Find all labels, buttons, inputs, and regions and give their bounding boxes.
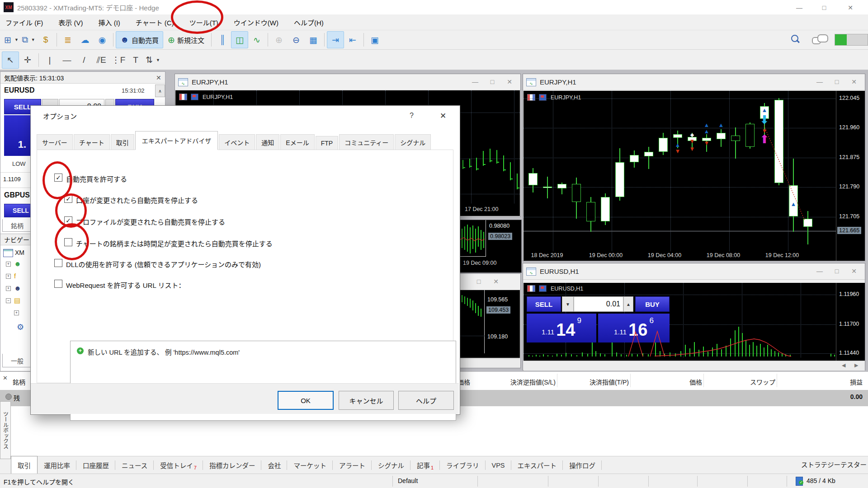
toolbox-tab-13[interactable]: エキスパート [511, 456, 563, 474]
toolbox-symbol-header[interactable]: 銘柄 [13, 377, 25, 386]
profiles-icon[interactable]: ⧉▼ [20, 31, 37, 48]
toolbox-header-4[interactable]: スワップ [694, 377, 775, 386]
dialog-tab-3[interactable]: エキスパートアドバイザ [135, 131, 218, 150]
mql5-community-icon[interactable]: ☁ [76, 31, 94, 48]
child-minimize-button[interactable]: — [812, 76, 827, 87]
menu-item-2[interactable]: 挿入 (I) [99, 18, 120, 27]
dialog-tab-8[interactable]: コミュニティー [339, 134, 394, 150]
dialog-tab-9[interactable]: シグナル [395, 134, 431, 150]
open-account-icon[interactable]: $ [37, 31, 54, 48]
mw-symbol[interactable]: EURUSD [4, 86, 35, 94]
toolbox-tab-2[interactable]: 口座履歴 [76, 456, 115, 474]
mw-symbol-2[interactable]: GBPUS [4, 191, 30, 199]
toolbox-header-5[interactable]: 損益 [781, 377, 863, 386]
dialog-tab-5[interactable]: 通知 [256, 134, 279, 150]
checkbox-3[interactable] [64, 238, 72, 246]
profiles-dropdown-icon[interactable]: ▼ [31, 38, 35, 42]
menu-item-5[interactable]: ウインドウ(W) [234, 18, 278, 27]
navigator-root-label[interactable]: XM [15, 249, 24, 256]
toolbox-tab-10[interactable]: 記事1 [410, 456, 440, 474]
chart-table-icon[interactable] [527, 285, 535, 292]
menu-item-3[interactable]: チャート (C) [136, 18, 174, 27]
chart-table-icon[interactable] [179, 94, 187, 100]
dialog-tab-2[interactable]: 取引 [111, 134, 134, 150]
chart-save-icon[interactable] [539, 285, 547, 292]
child-close-button[interactable]: ✕ [502, 76, 517, 87]
toolbox-tab-6[interactable]: 会社 [261, 456, 287, 474]
help-button[interactable]: ヘルプ [398, 391, 454, 410]
checkbox-label-2[interactable]: プロファイルが変更されたら自動売買を停止する [76, 217, 225, 226]
chart-area-eurjpy-main[interactable]: EURJPY,H1122.045121.960121.875121.790121… [524, 91, 865, 261]
candle-chart-mode-icon[interactable]: ◫ [231, 31, 248, 48]
toolbox-tab-7[interactable]: マーケット [287, 456, 333, 474]
arrow-objects-dropdown-icon[interactable]: ▼ [156, 58, 160, 62]
zoom-in-icon[interactable]: ⊕ [270, 31, 288, 48]
checkbox-4[interactable] [54, 259, 62, 267]
oct-ask-panel[interactable]: 1.11166 [598, 314, 670, 343]
scroll-right-icon[interactable]: ▶ [854, 362, 858, 368]
arrow-objects-icon[interactable]: ⇅▼ [144, 52, 161, 69]
services-gear-icon[interactable]: ⚙ [17, 322, 26, 331]
menu-item-1[interactable]: 表示 (V) [58, 18, 83, 27]
child-close-button[interactable]: ✕ [489, 276, 503, 287]
toolbox-tab-12[interactable]: VPS [486, 456, 511, 474]
accounts-expander[interactable]: + [6, 262, 11, 267]
toolbox-tab-5[interactable]: 指標カレンダー [203, 456, 262, 474]
toolbox-tab-1[interactable]: 運用比率 [38, 456, 76, 474]
checkbox-1[interactable]: ✓ [64, 195, 72, 203]
checkbox-label-5[interactable]: WebRequest を許可する URL リスト： [66, 280, 185, 290]
new-chart-dropdown-icon[interactable]: ▼ [14, 38, 19, 42]
fibonacci-icon[interactable]: ⋮F [110, 52, 127, 69]
child-maximize-button[interactable]: □ [830, 266, 844, 277]
menu-item-4[interactable]: ツール(T) [189, 18, 218, 27]
zoom-out-icon[interactable]: ⊖ [288, 31, 305, 48]
chart-window-title-bar[interactable]: ∿ EURJPY,H1 — □ ✕ [523, 74, 865, 90]
cursor-icon[interactable]: ↖ [2, 52, 19, 69]
toolbox-tab-4[interactable]: 受信トレイ7 [154, 456, 203, 474]
chart-table-icon[interactable] [527, 94, 535, 101]
chart-hscrollbar[interactable]: ◀ ▶ [524, 361, 865, 371]
checkbox-label-1[interactable]: 口座が変更されたら自動売買を停止する [76, 195, 198, 205]
toolbox-header-3[interactable]: 価格 [621, 377, 702, 386]
dialog-tab-7[interactable]: FTP [316, 136, 338, 150]
dialog-help-icon[interactable]: ? [410, 112, 414, 120]
chart-shift-icon[interactable]: ⇤ [344, 31, 361, 48]
vertical-line-icon[interactable]: | [41, 52, 58, 69]
dialog-close-icon[interactable]: ✕ [440, 111, 446, 121]
dialog-tab-0[interactable]: サーバー [37, 134, 73, 150]
chart-window-title-bar[interactable]: ∿ EURJPY,H1 — □ ✕ [175, 74, 520, 90]
new-order-button[interactable]: ⊕新規注文 [163, 31, 209, 48]
toolbox-side-tab[interactable]: ツールボックス [0, 401, 11, 459]
checkbox-label-3[interactable]: チャートの銘柄または時間足が変更されたら自動売買を停止する [76, 239, 273, 248]
chart-save-icon[interactable] [191, 94, 198, 100]
oct-volume-up-button[interactable]: ▲ [623, 296, 633, 312]
oct-volume-down-button[interactable]: ▼ [562, 296, 574, 312]
checkbox-0[interactable]: ✓ [54, 174, 62, 182]
checkbox-label-4[interactable]: DLLの使用を許可する (信頼できるアプリケーションのみで有効) [66, 259, 261, 269]
checkbox-5[interactable] [54, 280, 62, 288]
expert-advisors-icon[interactable]: ☻ [14, 284, 21, 292]
shift-end-icon[interactable]: ⇥ [327, 31, 344, 48]
dialog-tab-4[interactable]: イベント [219, 134, 255, 150]
checkbox-label-0[interactable]: 自動売買を許可する [66, 174, 127, 183]
scripts-child-expander[interactable]: + [14, 310, 19, 315]
toolbox-tab-8[interactable]: アラート [333, 456, 372, 474]
child-maximize-button[interactable]: □ [830, 76, 844, 87]
chat-icon[interactable] [812, 34, 828, 45]
indicators-expander[interactable]: + [6, 274, 11, 279]
window-maximize-button[interactable]: □ [814, 2, 835, 14]
scripts-icon[interactable]: ▤ [14, 296, 20, 305]
scripts-expander[interactable]: − [6, 298, 11, 303]
toolbox-tab-3[interactable]: ニュース [115, 456, 154, 474]
expert-advisors-expander[interactable]: + [6, 286, 11, 291]
child-close-button[interactable]: ✕ [847, 76, 861, 87]
child-close-button[interactable]: ✕ [847, 266, 861, 277]
menu-item-6[interactable]: ヘルプ(H) [294, 18, 324, 27]
cancel-button[interactable]: キャンセル [339, 391, 394, 410]
status-profile[interactable]: Default [398, 477, 418, 484]
crosshair-icon[interactable]: ✛ [19, 52, 36, 69]
bar-chart-mode-icon[interactable]: ║ [214, 31, 231, 48]
window-close-button[interactable]: ✕ [840, 2, 861, 14]
chart-save-icon[interactable] [539, 94, 547, 101]
child-minimize-button[interactable]: — [812, 266, 827, 277]
